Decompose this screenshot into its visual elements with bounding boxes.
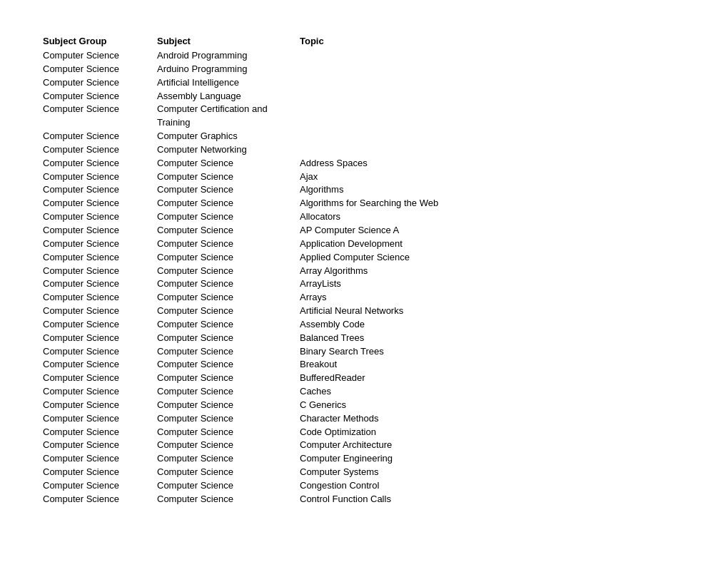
cell-subject: Computer Science <box>157 305 300 318</box>
cell-subject-group: Computer Science <box>43 452 157 466</box>
cell-subject-group: Computer Science <box>43 439 157 452</box>
table-row: Computer ScienceComputer ScienceAP Compu… <box>43 224 685 237</box>
cell-subject-group: Computer Science <box>43 493 157 506</box>
cell-subject: Computer Science <box>157 439 300 452</box>
cell-subject: Computer Certification and Training <box>157 103 300 130</box>
cell-topic: Assembly Code <box>300 318 685 332</box>
cell-subject-group: Computer Science <box>43 103 157 130</box>
table-row: Computer ScienceComputer ScienceApplicat… <box>43 237 685 251</box>
cell-topic: Ajax <box>300 170 685 184</box>
table-row: Computer ScienceComputer ScienceAjax <box>43 170 685 184</box>
cell-subject: Computer Science <box>157 466 300 479</box>
cell-subject-group: Computer Science <box>43 277 157 291</box>
cell-topic: Caches <box>300 385 685 399</box>
data-table: Subject Group Subject Topic Computer Sci… <box>43 36 685 506</box>
table-row: Computer ScienceComputer ScienceArtifici… <box>43 305 685 318</box>
cell-subject: Computer Science <box>157 157 300 170</box>
cell-subject: Computer Networking <box>157 143 300 157</box>
table-row: Computer ScienceComputer ScienceCharacte… <box>43 412 685 426</box>
header-subject-group: Subject Group <box>43 36 157 46</box>
table-row: Computer ScienceComputer ScienceBreakout <box>43 358 685 372</box>
cell-subject-group: Computer Science <box>43 183 157 197</box>
cell-topic <box>300 90 685 103</box>
cell-subject-group: Computer Science <box>43 143 157 157</box>
cell-subject-group: Computer Science <box>43 63 157 76</box>
table-row: Computer ScienceComputer ScienceBinary S… <box>43 345 685 359</box>
cell-subject: Arduino Programming <box>157 63 300 76</box>
cell-subject-group: Computer Science <box>43 170 157 184</box>
table-row: Computer ScienceComputer ScienceArrayLis… <box>43 277 685 291</box>
cell-topic: Array Algorithms <box>300 265 685 278</box>
cell-subject-group: Computer Science <box>43 332 157 345</box>
cell-subject: Computer Science <box>157 358 300 372</box>
cell-topic <box>300 143 685 157</box>
cell-subject: Computer Science <box>157 412 300 426</box>
cell-subject-group: Computer Science <box>43 318 157 332</box>
cell-topic: Algorithms for Searching the Web <box>300 197 685 210</box>
cell-subject-group: Computer Science <box>43 210 157 224</box>
cell-topic: Computer Systems <box>300 466 685 479</box>
table-body: Computer ScienceAndroid ProgrammingCompu… <box>43 49 685 506</box>
cell-subject: Computer Science <box>157 197 300 210</box>
cell-topic: C Generics <box>300 399 685 412</box>
cell-topic: Allocators <box>300 210 685 224</box>
cell-subject-group: Computer Science <box>43 372 157 385</box>
cell-topic: Artificial Neural Networks <box>300 305 685 318</box>
cell-topic: Address Spaces <box>300 157 685 170</box>
cell-subject-group: Computer Science <box>43 237 157 251</box>
table-row: Computer ScienceComputer ScienceControl … <box>43 493 685 506</box>
cell-subject-group: Computer Science <box>43 412 157 426</box>
cell-topic: Applied Computer Science <box>300 251 685 265</box>
cell-subject-group: Computer Science <box>43 305 157 318</box>
cell-subject-group: Computer Science <box>43 426 157 439</box>
cell-subject: Artificial Intelligence <box>157 76 300 90</box>
table-row: Computer ScienceComputer ScienceAllocato… <box>43 210 685 224</box>
table-row: Computer ScienceComputer Graphics <box>43 130 685 143</box>
table-row: Computer ScienceComputer ScienceComputer… <box>43 466 685 479</box>
cell-topic: ArrayLists <box>300 277 685 291</box>
cell-subject: Computer Science <box>157 399 300 412</box>
cell-topic: Binary Search Trees <box>300 345 685 359</box>
cell-subject-group: Computer Science <box>43 90 157 103</box>
table-row: Computer ScienceComputer ScienceCode Opt… <box>43 426 685 439</box>
cell-subject-group: Computer Science <box>43 479 157 493</box>
cell-subject: Computer Science <box>157 452 300 466</box>
table-row: Computer ScienceComputer ScienceAlgorith… <box>43 197 685 210</box>
cell-topic: Algorithms <box>300 183 685 197</box>
table-row: Computer ScienceComputer ScienceAlgorith… <box>43 183 685 197</box>
header-topic: Topic <box>300 36 685 46</box>
cell-topic: Computer Engineering <box>300 452 685 466</box>
table-row: Computer ScienceAndroid Programming <box>43 49 685 63</box>
cell-subject-group: Computer Science <box>43 385 157 399</box>
cell-subject-group: Computer Science <box>43 76 157 90</box>
cell-topic: Breakout <box>300 358 685 372</box>
cell-topic <box>300 63 685 76</box>
cell-subject: Computer Science <box>157 479 300 493</box>
table-row: Computer ScienceArduino Programming <box>43 63 685 76</box>
cell-topic: Code Optimization <box>300 426 685 439</box>
table-row: Computer ScienceComputer ScienceBalanced… <box>43 332 685 345</box>
cell-subject: Computer Science <box>157 265 300 278</box>
cell-subject: Computer Science <box>157 372 300 385</box>
cell-subject: Android Programming <box>157 49 300 63</box>
cell-subject: Computer Science <box>157 251 300 265</box>
cell-subject-group: Computer Science <box>43 197 157 210</box>
cell-subject-group: Computer Science <box>43 399 157 412</box>
table-row: Computer ScienceComputer ScienceComputer… <box>43 452 685 466</box>
cell-subject: Computer Science <box>157 210 300 224</box>
cell-subject: Computer Science <box>157 277 300 291</box>
table-row: Computer ScienceComputer ScienceAssembly… <box>43 318 685 332</box>
table-header: Subject Group Subject Topic <box>43 36 685 46</box>
cell-subject-group: Computer Science <box>43 265 157 278</box>
cell-topic <box>300 103 685 130</box>
cell-subject-group: Computer Science <box>43 130 157 143</box>
cell-topic: Application Development <box>300 237 685 251</box>
cell-subject: Computer Science <box>157 183 300 197</box>
cell-topic: Arrays <box>300 291 685 305</box>
cell-topic: BufferedReader <box>300 372 685 385</box>
table-row: Computer ScienceComputer Certification a… <box>43 103 685 130</box>
cell-subject: Computer Science <box>157 318 300 332</box>
cell-subject: Computer Science <box>157 493 300 506</box>
table-row: Computer ScienceComputer ScienceApplied … <box>43 251 685 265</box>
cell-subject: Computer Science <box>157 332 300 345</box>
